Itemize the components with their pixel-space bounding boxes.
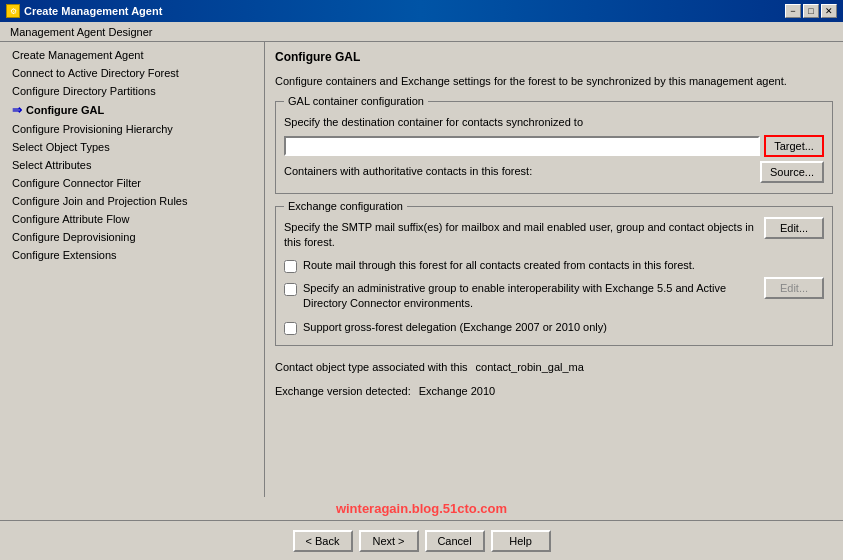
sidebar-item-label: Configure Directory Partitions — [12, 85, 156, 97]
admin-group-checkbox[interactable] — [284, 283, 297, 296]
exchange-config-group: Exchange configuration Specify the SMTP … — [275, 206, 833, 346]
title-bar-buttons: − □ ✕ — [785, 4, 837, 18]
menu-item-designer[interactable]: Management Agent Designer — [4, 25, 158, 39]
containers-label: Containers with authoritative contacts i… — [284, 164, 532, 179]
route-mail-checkbox[interactable] — [284, 260, 297, 273]
sidebar-item-configure-dir[interactable]: Configure Directory Partitions — [0, 82, 264, 100]
sidebar-item-attributes[interactable]: Select Attributes — [0, 156, 264, 174]
smtp-content: Specify the SMTP mail suffix(es) for mai… — [284, 217, 756, 254]
sidebar-item-connect[interactable]: Connect to Active Directory Forest — [0, 64, 264, 82]
source-button[interactable]: Source... — [760, 161, 824, 183]
title-bar-left: ⚙ Create Management Agent — [6, 4, 162, 18]
sidebar-item-label: Select Object Types — [12, 141, 110, 153]
main-container: Management Agent Designer Create Managem… — [0, 22, 843, 560]
app-icon: ⚙ — [6, 4, 20, 18]
sidebar-item-label: Configure Provisioning Hierarchy — [12, 123, 173, 135]
gal-container-content: Specify the destination container for co… — [284, 108, 824, 182]
contact-object-row: Contact object type associated with this… — [275, 361, 833, 373]
target-button[interactable]: Target... — [764, 135, 824, 157]
back-button[interactable]: < Back — [293, 530, 353, 552]
contact-object-label: Contact object type associated with this — [275, 361, 468, 373]
exchange-version-label: Exchange version detected: — [275, 385, 411, 397]
title-bar: ⚙ Create Management Agent − □ ✕ — [0, 0, 843, 22]
help-button[interactable]: Help — [491, 530, 551, 552]
sidebar-item-label: Configure Deprovisioning — [12, 231, 136, 243]
sidebar-item-label: Configure GAL — [26, 104, 104, 116]
sidebar-item-attribute-flow[interactable]: Configure Attribute Flow — [0, 210, 264, 228]
sidebar-item-label: Configure Join and Projection Rules — [12, 195, 188, 207]
route-mail-label: Route mail through this forest for all c… — [303, 258, 695, 273]
delegation-row: Support gross-forest delegation (Exchang… — [284, 320, 824, 335]
exchange-version-row: Exchange version detected: Exchange 2010 — [275, 385, 833, 397]
sidebar-item-join[interactable]: Configure Join and Projection Rules — [0, 192, 264, 210]
target-input[interactable] — [284, 136, 760, 156]
sidebar-item-connector-filter[interactable]: Configure Connector Filter — [0, 174, 264, 192]
gal-container-group-title: GAL container configuration — [284, 95, 428, 107]
specify-label: Specify the destination container for co… — [284, 115, 824, 130]
exchange-config-group-title: Exchange configuration — [284, 200, 407, 212]
edit-button-2[interactable]: Edit... — [764, 277, 824, 299]
edit-button-1[interactable]: Edit... — [764, 217, 824, 239]
contact-object-value: contact_robin_gal_ma — [476, 361, 584, 373]
right-panel: Configure GAL Configure containers and E… — [265, 42, 843, 497]
sidebar: Create Management Agent Connect to Activ… — [0, 42, 265, 497]
content-area: Create Management Agent Connect to Activ… — [0, 42, 843, 497]
sidebar-item-label: Configure Attribute Flow — [12, 213, 129, 225]
sidebar-item-label: Configure Extensions — [12, 249, 117, 261]
exchange-version-value: Exchange 2010 — [419, 385, 495, 397]
sidebar-item-configure-gal[interactable]: ⇒ Configure GAL — [0, 100, 264, 120]
sidebar-item-label: Connect to Active Directory Forest — [12, 67, 179, 79]
admin-checkbox-row: Specify an administrative group to enabl… — [284, 281, 756, 312]
sidebar-item-create[interactable]: Create Management Agent — [0, 46, 264, 64]
gal-container-group: GAL container configuration Specify the … — [275, 101, 833, 193]
minimize-button[interactable]: − — [785, 4, 801, 18]
admin-group-row: Specify an administrative group to enabl… — [284, 277, 824, 316]
smtp-row: Specify the SMTP mail suffix(es) for mai… — [284, 217, 824, 254]
sidebar-item-extensions[interactable]: Configure Extensions — [0, 246, 264, 264]
sidebar-item-label: Configure Connector Filter — [12, 177, 141, 189]
admin-group-content: Specify an administrative group to enabl… — [284, 277, 756, 316]
sidebar-item-provisioning[interactable]: Configure Provisioning Hierarchy — [0, 120, 264, 138]
panel-title: Configure GAL — [275, 50, 833, 64]
watermark-text: winteragain.blog.51cto.com — [336, 501, 507, 516]
next-button[interactable]: Next > — [359, 530, 419, 552]
bottom-bar: < Back Next > Cancel Help — [0, 520, 843, 560]
sidebar-item-deprovisioning[interactable]: Configure Deprovisioning — [0, 228, 264, 246]
route-mail-row: Route mail through this forest for all c… — [284, 258, 824, 273]
title-bar-title: Create Management Agent — [24, 5, 162, 17]
watermark: winteragain.blog.51cto.com — [0, 497, 843, 520]
source-row: Containers with authoritative contacts i… — [284, 161, 824, 183]
delegation-checkbox[interactable] — [284, 322, 297, 335]
active-arrow-icon: ⇒ — [12, 103, 22, 117]
delegation-label: Support gross-forest delegation (Exchang… — [303, 320, 607, 335]
panel-description: Configure containers and Exchange settin… — [275, 74, 833, 89]
admin-group-label: Specify an administrative group to enabl… — [303, 281, 756, 312]
smtp-label: Specify the SMTP mail suffix(es) for mai… — [284, 220, 756, 251]
menu-bar: Management Agent Designer — [0, 22, 843, 42]
close-button[interactable]: ✕ — [821, 4, 837, 18]
sidebar-item-label: Create Management Agent — [12, 49, 143, 61]
sidebar-item-object-types[interactable]: Select Object Types — [0, 138, 264, 156]
sidebar-item-label: Select Attributes — [12, 159, 92, 171]
target-input-row: Target... — [284, 135, 824, 157]
cancel-button[interactable]: Cancel — [425, 530, 485, 552]
exchange-config-content: Specify the SMTP mail suffix(es) for mai… — [284, 213, 824, 335]
maximize-button[interactable]: □ — [803, 4, 819, 18]
